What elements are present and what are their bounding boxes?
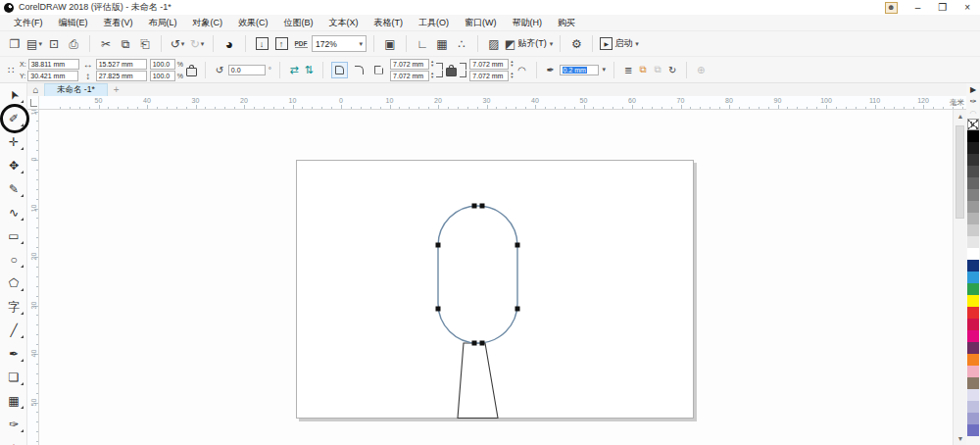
menu-item-effects[interactable]: 效果(C) (230, 15, 276, 30)
color-swatch[interactable] (967, 366, 979, 377)
menu-item-help[interactable]: 帮助(H) (505, 15, 551, 30)
pick-tool[interactable]: ➤ (0, 83, 27, 107)
ellipse-tool[interactable]: ○ (0, 248, 27, 272)
menu-item-buy[interactable]: 购买 (550, 15, 583, 30)
menu-item-table[interactable]: 表格(T) (367, 15, 412, 30)
round-corner-button[interactable] (331, 62, 348, 78)
eyedropper-tool[interactable]: ✑ (0, 413, 27, 436)
scale-v-field[interactable]: 100.0 (150, 71, 175, 81)
artistic-media-tool[interactable]: ∿ (0, 201, 27, 224)
palette-eyedropper-icon[interactable]: ✑ (966, 95, 980, 107)
y-position-field[interactable]: 30.421 mm (27, 71, 78, 81)
chevron-down-icon[interactable]: ▾ (550, 40, 554, 48)
mirror-horizontal-button[interactable]: ⇄ (288, 64, 300, 76)
interactive-fill-tool[interactable]: ◆ (0, 436, 27, 445)
color-swatch[interactable] (967, 236, 979, 248)
trapezoid-shape[interactable] (458, 343, 498, 419)
crop-tool[interactable]: ✛ (0, 130, 27, 154)
chevron-down-icon[interactable]: ▾ (359, 40, 363, 48)
curve-node[interactable] (436, 243, 441, 248)
outline-width-field[interactable]: 0.2 mm (560, 65, 599, 75)
color-swatch[interactable] (967, 213, 979, 224)
color-swatch[interactable] (967, 166, 979, 177)
launcher-button[interactable]: ▶启动▾ (600, 34, 639, 54)
open-document-button[interactable]: ▤▾ (25, 34, 43, 54)
menu-item-window[interactable]: 窗口(W) (457, 15, 505, 30)
link-curves-icon[interactable]: ⧉ (637, 64, 649, 75)
paste-button[interactable]: ⎗ (136, 34, 154, 54)
preview-mode-button[interactable]: ▨ (485, 34, 503, 54)
spinner[interactable]: ▴▾ (511, 60, 513, 68)
full-screen-preview-button[interactable]: ▣ (381, 34, 399, 54)
options-button[interactable]: ⚙ (567, 34, 585, 54)
close-button[interactable]: × (964, 0, 970, 15)
convert-to-curves-button[interactable]: ↻ (666, 65, 678, 75)
drawing-canvas[interactable] (39, 110, 953, 445)
show-rulers-button[interactable]: ∟ (414, 34, 431, 54)
freehand-tool[interactable]: ✎ (0, 177, 27, 201)
palette-flyout-button[interactable]: ▶ (966, 83, 980, 95)
rotation-angle-field[interactable]: 0.0 (228, 65, 266, 75)
chevron-down-icon[interactable]: ▾ (181, 40, 185, 48)
curve-node[interactable] (480, 204, 485, 209)
object-width-field[interactable]: 15.527 mm (96, 59, 147, 70)
color-swatch[interactable] (967, 319, 979, 330)
shape-tool[interactable]: ✐ (0, 107, 27, 130)
menu-item-layout[interactable]: 布局(L) (141, 15, 185, 30)
copy-button[interactable]: ⧉ (117, 34, 134, 54)
curve-node[interactable] (472, 341, 477, 346)
cut-button[interactable]: ✂ (97, 34, 115, 54)
color-swatch[interactable] (967, 307, 979, 319)
color-swatch[interactable] (967, 354, 979, 366)
menu-item-edit[interactable]: 编辑(E) (51, 15, 96, 30)
curve-node[interactable] (515, 307, 520, 312)
print-button[interactable]: ⎙ (65, 34, 82, 54)
account-icon[interactable]: ☻ (885, 2, 898, 14)
color-swatch[interactable] (967, 295, 979, 307)
spinner[interactable]: ▴▾ (511, 72, 513, 79)
curve-node[interactable] (436, 307, 441, 312)
zoom-levels-button[interactable]: 172%▾ (312, 35, 367, 52)
color-swatch[interactable] (967, 189, 979, 201)
color-swatch[interactable] (967, 342, 979, 354)
pan-tool[interactable]: ✥ (0, 154, 27, 177)
color-swatch[interactable] (967, 330, 979, 342)
color-swatch[interactable] (967, 201, 979, 213)
color-swatch[interactable] (967, 424, 979, 436)
import-button[interactable]: ↓ (253, 34, 270, 54)
show-guidelines-button[interactable]: ∴ (453, 34, 470, 54)
menu-item-file[interactable]: 文件(F) (6, 15, 51, 30)
spinner[interactable]: ▴▾ (431, 72, 433, 79)
curve-node[interactable] (515, 243, 520, 248)
menu-item-text[interactable]: 文本(X) (321, 15, 367, 30)
polygon-tool[interactable]: ⬠ (0, 272, 27, 295)
scroll-down-button[interactable]: ▼ (954, 432, 967, 445)
color-swatch[interactable] (967, 260, 979, 272)
object-height-field[interactable]: 27.825 mm (96, 71, 147, 81)
color-swatch[interactable] (967, 377, 979, 389)
color-swatch[interactable] (967, 413, 979, 424)
color-swatch[interactable] (967, 130, 979, 142)
menu-item-object[interactable]: 对象(C) (185, 15, 231, 30)
outline-width-dropdown[interactable]: ▾ (603, 66, 607, 74)
publish-to-pdf-button[interactable]: PDF (292, 34, 310, 54)
capsule-shape[interactable] (438, 206, 517, 343)
drop-shadow-tool[interactable]: ❏ (0, 366, 27, 389)
show-grid-button[interactable]: ▦ (433, 34, 451, 54)
document-tab[interactable]: 未命名 -1* (44, 83, 108, 96)
no-color-swatch[interactable] (967, 119, 979, 130)
menu-item-tools[interactable]: 工具(O) (411, 15, 457, 30)
menu-item-view[interactable]: 查看(V) (96, 15, 141, 30)
wrap-text-icon[interactable]: ≣ (622, 65, 634, 75)
dimension-tool[interactable]: ╱ (0, 319, 27, 342)
color-swatch[interactable] (967, 248, 979, 260)
vertical-scrollbar[interactable]: ▲ ▼ (953, 110, 966, 445)
text-tool[interactable]: 字 (0, 295, 27, 319)
snap-to-button[interactable]: ◩贴齐(T)▾ (505, 34, 553, 54)
export-button[interactable]: ↑ (272, 34, 290, 54)
relative-corner-scaling-button[interactable]: ◠ (516, 65, 528, 75)
chevron-down-icon[interactable]: ▾ (201, 40, 205, 48)
x-position-field[interactable]: 38.811 mm (28, 59, 79, 70)
corner-lock-button[interactable] (446, 68, 457, 76)
color-swatch[interactable] (967, 283, 979, 295)
